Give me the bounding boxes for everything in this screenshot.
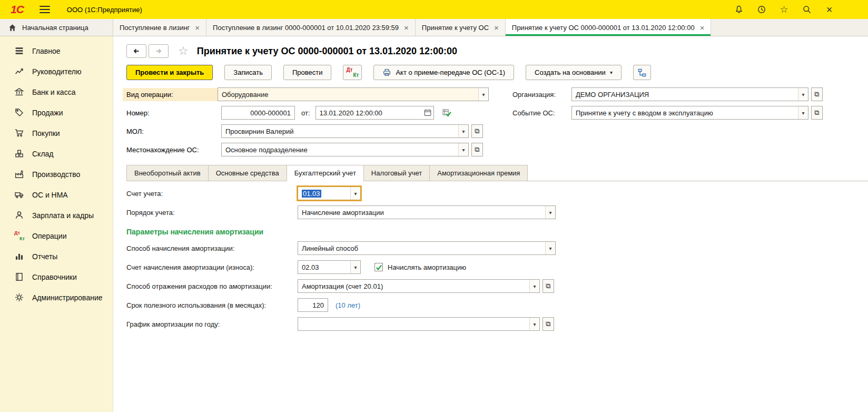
favorite-star-icon[interactable]: ☆ <box>178 45 189 57</box>
location-open-button[interactable]: ⧉ <box>471 143 483 156</box>
chevron-down-icon[interactable]: ▾ <box>350 187 360 200</box>
gear-icon <box>14 292 24 302</box>
fixed-assets-truck-icon <box>14 190 24 200</box>
chevron-down-icon[interactable]: ▾ <box>798 88 808 101</box>
number-label: Номер: <box>126 109 221 117</box>
organization-select[interactable]: ДЕМО ОРГАНИЗАЦИЯ ▾ <box>571 87 808 101</box>
dt-kt-postings-button[interactable]: Дт Кт <box>343 65 362 80</box>
post-and-close-button[interactable]: Провести и закрыть <box>126 65 213 80</box>
event-open-button[interactable]: ⧉ <box>811 106 823 120</box>
sidebar-item-administrirovanie[interactable]: Администрирование <box>0 287 113 308</box>
chevron-down-icon[interactable]: ▾ <box>350 261 360 273</box>
search-icon[interactable] <box>802 5 812 15</box>
calendar-icon[interactable] <box>422 106 433 119</box>
method-select[interactable]: Линейный способ ▾ <box>298 241 556 255</box>
accrue-depreciation-checkbox[interactable] <box>374 263 383 271</box>
tab-close-icon[interactable]: × <box>195 24 200 32</box>
expense-open-button[interactable]: ⧉ <box>542 279 554 293</box>
related-documents-button[interactable] <box>633 65 651 80</box>
warehouse-boxes-icon <box>14 149 24 159</box>
sidebar-item-rukovoditelyu[interactable]: Руководителю <box>0 61 113 82</box>
tab-close-icon[interactable]: × <box>404 24 409 32</box>
header-fields: Вид операции: Оборудование ▾ Организация… <box>113 87 868 156</box>
account-select[interactable]: 01.03 ▾ <box>298 187 361 200</box>
chevron-down-icon[interactable]: ▾ <box>529 280 539 292</box>
edit-number-check-icon[interactable] <box>441 106 453 119</box>
forward-button[interactable] <box>149 44 169 58</box>
chevron-down-icon[interactable]: ▾ <box>529 318 539 330</box>
useful-life-input[interactable]: 120 <box>298 298 328 312</box>
sidebar-item-sklad[interactable]: Склад <box>0 143 113 164</box>
topbar: 1С ООО (1С:Предприятие) ☆ × <box>0 0 868 19</box>
topbar-actions: ☆ × <box>734 5 834 15</box>
location-select[interactable]: Основное подразделение ▾ <box>221 143 469 156</box>
write-button[interactable]: Записать <box>224 65 272 80</box>
person-icon <box>14 210 24 220</box>
tab-postuplenie-v-lizing[interactable]: Поступление в лизинг × <box>113 19 206 36</box>
sidebar-item-prodazhi[interactable]: Продажи <box>0 102 113 123</box>
tab-buhgalterskiy-uchet[interactable]: Бухгалтерский учет <box>287 165 364 181</box>
depr-account-select[interactable]: 02.03 ▾ <box>298 260 361 274</box>
row-useful-life: Срок полезного использования (в месяцах)… <box>126 298 868 312</box>
order-select[interactable]: Начисление амортизации ▾ <box>298 205 556 219</box>
sidebar-item-proizvodstvo[interactable]: Производство <box>0 164 113 184</box>
schedule-open-button[interactable]: ⧉ <box>542 317 554 331</box>
chevron-down-icon[interactable]: ▾ <box>545 242 555 254</box>
tab-prinyatie-k-uchetu[interactable]: Принятие к учету ОС × <box>416 19 506 36</box>
favorites-star-icon[interactable]: ☆ <box>779 5 789 15</box>
home-tab[interactable]: Начальная страница <box>0 19 113 36</box>
expense-select[interactable]: Амортизация (счет 20.01) ▾ <box>298 279 540 293</box>
chevron-down-icon[interactable]: ▾ <box>798 106 808 119</box>
bar-chart-icon <box>14 251 24 261</box>
sidebar-item-os-i-nma[interactable]: ОС и НМА <box>0 184 113 205</box>
form-row-mol: МОЛ: Просвирнин Валерий ▾ ⧉ <box>126 124 868 138</box>
organization-open-button[interactable]: ⧉ <box>811 87 823 101</box>
tab-osnovnye-sredstva[interactable]: Основные средства <box>208 165 287 181</box>
mol-label: МОЛ: <box>126 127 221 135</box>
depr-account-label: Счет начисления амортизации (износа): <box>126 263 298 271</box>
sidebar-item-operacii[interactable]: ДтКт Операции <box>0 225 113 246</box>
act-os1-print-button[interactable]: Акт о приеме-передаче ОС (ОС-1) <box>373 65 514 80</box>
mol-open-button[interactable]: ⧉ <box>471 124 483 138</box>
notifications-bell-icon[interactable] <box>734 5 744 15</box>
event-select[interactable]: Принятие к учету с вводом в эксплуатацию… <box>571 106 808 120</box>
post-button[interactable]: Провести <box>283 65 332 80</box>
form-row-location: Местонахождение ОС: Основное подразделен… <box>126 143 868 156</box>
sidebar-item-zarplata-i-kadry[interactable]: Зарплата и кадры <box>0 205 113 225</box>
chevron-down-icon[interactable]: ▾ <box>458 125 468 138</box>
tab-prinyatie-k-uchetu-doc-active[interactable]: Принятие к учету ОС 0000-000001 от 13.01… <box>506 19 712 36</box>
chevron-down-icon[interactable]: ▾ <box>478 88 488 101</box>
mol-select[interactable]: Просвирнин Валерий ▾ <box>221 124 469 138</box>
create-based-on-button[interactable]: Создать на основании ▾ <box>526 65 622 80</box>
sidebar-item-glavnoe[interactable]: Главное <box>0 41 113 61</box>
schedule-select[interactable]: ▾ <box>298 317 540 331</box>
dt-kt-icon: ДтКт <box>14 231 24 241</box>
sales-tag-icon <box>14 107 24 117</box>
tab-close-icon[interactable]: × <box>494 24 499 32</box>
number-input[interactable]: 0000-000001 <box>221 106 295 120</box>
tab-postuplenie-v-lizing-doc[interactable]: Поступление в лизинг 0000-000001 от 10.0… <box>206 19 416 36</box>
document-tabs: Внеоборотный актив Основные средства Бух… <box>126 165 868 181</box>
trend-icon <box>14 66 24 76</box>
chevron-down-icon[interactable]: ▾ <box>545 206 555 219</box>
tab-amortizacionnaya-premiya[interactable]: Амортизационная премия <box>429 165 528 181</box>
date-input[interactable]: 13.01.2020 12:00:00 <box>315 106 434 120</box>
sidebar-item-pokupki[interactable]: Покупки <box>0 123 113 143</box>
tab-nalogovy-uchet[interactable]: Налоговый учет <box>363 165 430 181</box>
history-icon[interactable] <box>756 5 766 15</box>
tab-vneoborotny-aktiv[interactable]: Внеоборотный актив <box>126 165 209 181</box>
operation-type-select[interactable]: Оборудование ▾ <box>218 87 489 101</box>
sidebar-item-spravochniki[interactable]: Справочники <box>0 267 113 287</box>
accrue-depreciation-label: Начислять амортизацию <box>388 263 466 271</box>
back-button[interactable] <box>126 44 146 58</box>
chevron-down-icon: ▾ <box>610 70 613 75</box>
tab-close-icon[interactable]: × <box>700 24 705 32</box>
main-menu-button[interactable] <box>40 4 50 15</box>
sidebar-item-bank-i-kassa[interactable]: Банк и касса <box>0 82 113 102</box>
tab-label: Принятие к учету ОС 0000-000001 от 13.01… <box>512 24 695 32</box>
date-label: от: <box>301 109 310 117</box>
factory-icon <box>14 169 24 179</box>
close-icon[interactable]: × <box>824 5 834 15</box>
chevron-down-icon[interactable]: ▾ <box>458 143 468 156</box>
sidebar-item-otchety[interactable]: Отчеты <box>0 246 113 267</box>
